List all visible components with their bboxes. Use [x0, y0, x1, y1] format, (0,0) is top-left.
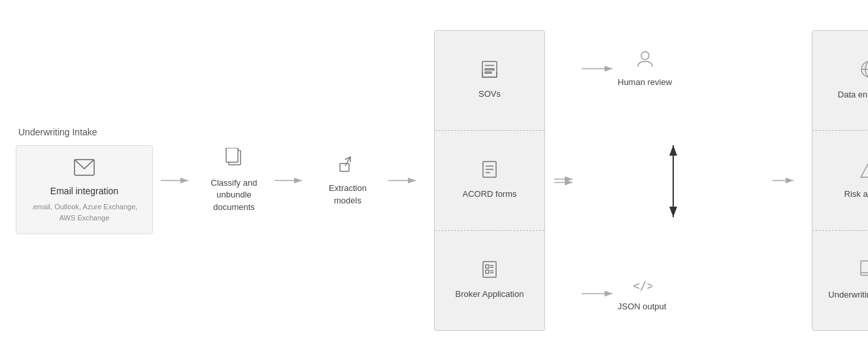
- risk-analysis-label: Risk analysis: [844, 188, 868, 200]
- svg-point-30: [641, 52, 649, 60]
- human-review-row: Human review: [582, 30, 765, 87]
- broker-label: Broker Application: [456, 288, 524, 300]
- acord-label: ACORD forms: [462, 188, 516, 200]
- vertical-arrow-area: [582, 87, 765, 275]
- svg-rect-20: [483, 262, 496, 277]
- double-arrow-connector: [550, 174, 582, 187]
- sovs-item: SOVs: [435, 31, 544, 131]
- broker-item: Broker Application: [435, 231, 544, 330]
- json-output-icon: </>: [631, 275, 652, 296]
- underwriting-systems-label: Underwriting systems: [828, 289, 868, 301]
- svg-text:</>: </>: [633, 279, 652, 292]
- json-output-row: </> JSON output: [582, 275, 765, 331]
- human-review-icon: [636, 50, 654, 72]
- data-enrichment-icon: [860, 60, 869, 84]
- arrow-classify-extraction: [267, 174, 315, 187]
- arrow-extraction-docs: [380, 174, 429, 187]
- svg-rect-24: [486, 270, 489, 273]
- svg-rect-10: [340, 163, 349, 171]
- json-output-label: JSON output: [618, 301, 666, 311]
- data-enrichment-label: Data enrichment: [838, 89, 868, 101]
- right-panel: Data enrichment Risk analysis: [812, 30, 868, 331]
- underwriting-systems-item: Underwriting systems: [812, 231, 868, 330]
- human-review-item: Human review: [618, 50, 672, 87]
- email-icon: [74, 159, 95, 180]
- email-integration-title: Email integration: [50, 186, 118, 196]
- classify-icon: [225, 148, 243, 172]
- human-review-label: Human review: [618, 77, 672, 87]
- extraction-label: Extraction models: [315, 182, 380, 206]
- underwriting-systems-icon: [860, 260, 869, 284]
- acord-item: ACORD forms: [435, 131, 544, 231]
- json-output-item: </> JSON output: [618, 275, 666, 311]
- sovs-label: SOVs: [478, 88, 501, 100]
- svg-rect-8: [226, 148, 238, 162]
- arrow-json-right: [765, 174, 807, 187]
- classify-label: Classify and unbundle documents: [201, 177, 267, 213]
- data-enrichment-item: Data enrichment: [812, 31, 868, 131]
- svg-rect-14: [485, 69, 494, 70]
- svg-rect-15: [485, 72, 492, 73]
- arrow-intake-classify: [153, 174, 201, 187]
- doc-types-panel: SOVs ACORD forms: [434, 30, 545, 331]
- underwriting-intake-section: Underwriting Intake Email integration .e…: [16, 127, 153, 234]
- review-output-area: Human review </> JSON output: [582, 30, 765, 331]
- svg-marker-38: [861, 162, 869, 177]
- risk-analysis-icon: [860, 160, 869, 183]
- diagram-container: Underwriting Intake Email integration .e…: [16, 10, 852, 351]
- email-integration-subtitle: .email, Outlook, Azure Exchange, AWS Exc…: [27, 201, 142, 223]
- extraction-icon: [339, 154, 357, 177]
- acord-icon: [480, 160, 499, 183]
- section-label: Underwriting Intake: [16, 127, 97, 137]
- broker-icon: [480, 260, 499, 283]
- email-integration-card: Email integration .email, Outlook, Azure…: [16, 145, 153, 234]
- risk-analysis-item: Risk analysis: [812, 131, 868, 231]
- svg-rect-21: [486, 265, 489, 268]
- classify-step: Classify and unbundle documents: [201, 148, 267, 213]
- extraction-step: Extraction models: [315, 154, 380, 206]
- sovs-icon: [480, 60, 499, 83]
